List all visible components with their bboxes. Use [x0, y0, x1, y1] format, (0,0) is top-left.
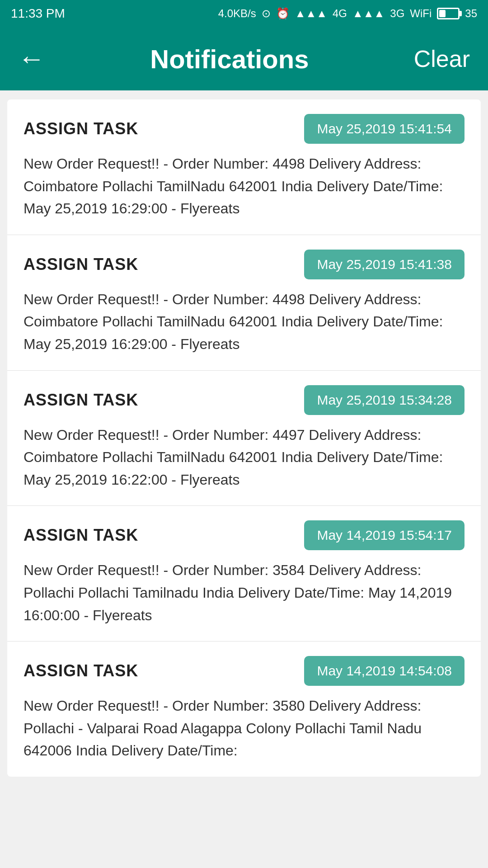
status-icons: 4.0KB/s ⊙ ⏰ ▲▲▲ 4G ▲▲▲ 3G WiFi 35	[218, 7, 477, 20]
battery-icon	[437, 8, 460, 19]
notification-timestamp: May 25,2019 15:34:28	[304, 385, 465, 415]
notification-body: New Order Request!! - Order Number: 4498…	[23, 288, 465, 356]
back-button[interactable]: ←	[18, 45, 45, 72]
clear-button[interactable]: Clear	[414, 45, 470, 72]
status-bar: 11:33 PM 4.0KB/s ⊙ ⏰ ▲▲▲ 4G ▲▲▲ 3G WiFi …	[0, 0, 488, 27]
notification-body: New Order Request!! - Order Number: 4497…	[23, 424, 465, 491]
notification-header: ASSIGN TASK May 14,2019 14:54:08	[23, 656, 465, 686]
notification-body: New Order Request!! - Order Number: 4498…	[23, 153, 465, 220]
notification-timestamp: May 14,2019 15:54:17	[304, 520, 465, 550]
notification-timestamp: May 25,2019 15:41:54	[304, 114, 465, 144]
battery-level: 35	[465, 7, 477, 20]
notification-timestamp: May 14,2019 14:54:08	[304, 656, 465, 686]
notification-header: ASSIGN TASK May 25,2019 15:34:28	[23, 385, 465, 415]
notification-header: ASSIGN TASK May 25,2019 15:41:54	[23, 114, 465, 144]
page-title: Notifications	[45, 44, 414, 74]
status-time: 11:33 PM	[11, 6, 65, 21]
notification-body: New Order Request!! - Order Number: 3584…	[23, 559, 465, 627]
notification-item[interactable]: ASSIGN TASK May 14,2019 14:54:08 New Ord…	[7, 642, 481, 777]
4g-label: 4G	[333, 7, 347, 20]
signal-icon-2: ▲▲▲	[352, 7, 385, 20]
alarm-icon: ⏰	[276, 7, 290, 20]
notification-item[interactable]: ASSIGN TASK May 25,2019 15:41:54 New Ord…	[7, 99, 481, 235]
notification-item[interactable]: ASSIGN TASK May 14,2019 15:54:17 New Ord…	[7, 506, 481, 642]
app-bar: ← Notifications Clear	[0, 27, 488, 90]
notification-timestamp: May 25,2019 15:41:38	[304, 250, 465, 279]
notifications-list: ASSIGN TASK May 25,2019 15:41:54 New Ord…	[7, 99, 481, 777]
notification-item[interactable]: ASSIGN TASK May 25,2019 15:34:28 New Ord…	[7, 371, 481, 506]
notification-body: New Order Request!! - Order Number: 3580…	[23, 695, 465, 762]
wifi-icon: WiFi	[410, 7, 432, 20]
notification-type: ASSIGN TASK	[23, 119, 138, 138]
network-speed: 4.0KB/s	[218, 7, 256, 20]
notification-type: ASSIGN TASK	[23, 661, 138, 680]
notification-header: ASSIGN TASK May 14,2019 15:54:17	[23, 520, 465, 550]
headphone-icon: ⊙	[262, 7, 271, 20]
notification-item[interactable]: ASSIGN TASK May 25,2019 15:41:38 New Ord…	[7, 235, 481, 371]
3g-label: 3G	[390, 7, 404, 20]
notification-type: ASSIGN TASK	[23, 526, 138, 545]
signal-icon: ▲▲▲	[295, 7, 327, 20]
notification-type: ASSIGN TASK	[23, 391, 138, 410]
notification-header: ASSIGN TASK May 25,2019 15:41:38	[23, 250, 465, 279]
notification-type: ASSIGN TASK	[23, 255, 138, 274]
